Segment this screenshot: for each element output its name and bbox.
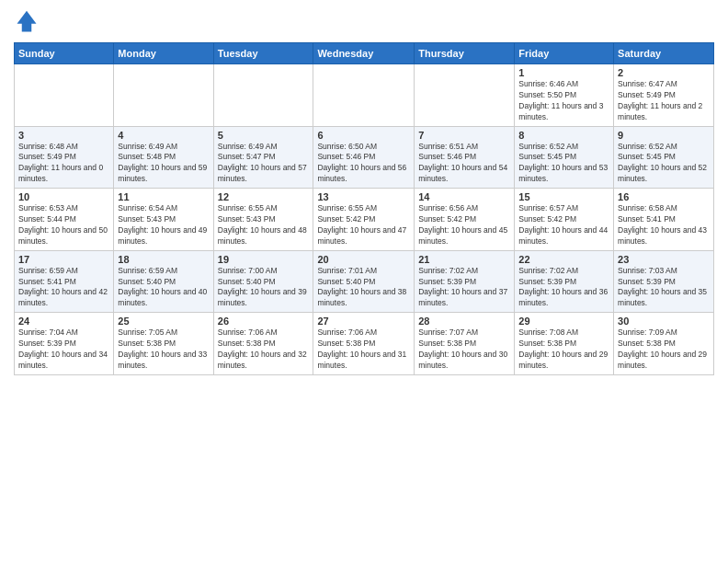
calendar-cell: 13Sunrise: 6:55 AM Sunset: 5:42 PM Dayli… [313, 189, 415, 251]
day-info: Sunrise: 6:49 AM Sunset: 5:48 PM Dayligh… [118, 142, 209, 186]
day-number: 2 [618, 67, 710, 78]
day-number: 14 [418, 191, 510, 202]
day-info: Sunrise: 7:04 AM Sunset: 5:39 PM Dayligh… [18, 327, 109, 372]
day-number: 6 [317, 130, 410, 141]
day-info: Sunrise: 7:06 AM Sunset: 5:38 PM Dayligh… [218, 327, 310, 372]
calendar-row-5: 24Sunrise: 7:04 AM Sunset: 5:39 PM Dayli… [15, 313, 714, 375]
col-tuesday: Tuesday [213, 43, 313, 64]
day-info: Sunrise: 7:09 AM Sunset: 5:38 PM Dayligh… [618, 327, 710, 372]
calendar-cell: 28Sunrise: 7:07 AM Sunset: 5:38 PM Dayli… [415, 313, 515, 375]
calendar-row-4: 17Sunrise: 6:59 AM Sunset: 5:41 PM Dayli… [15, 250, 714, 313]
day-number: 10 [18, 191, 109, 202]
day-number: 16 [618, 191, 710, 202]
calendar-cell: 16Sunrise: 6:58 AM Sunset: 5:41 PM Dayli… [614, 189, 714, 251]
day-number: 21 [418, 254, 510, 265]
col-wednesday: Wednesday [313, 43, 415, 64]
day-info: Sunrise: 7:00 AM Sunset: 5:40 PM Dayligh… [218, 266, 310, 310]
day-number: 20 [317, 254, 410, 265]
day-number: 3 [18, 130, 109, 141]
day-info: Sunrise: 7:08 AM Sunset: 5:38 PM Dayligh… [518, 327, 609, 372]
day-number: 15 [518, 191, 609, 202]
day-number: 28 [418, 316, 510, 327]
day-info: Sunrise: 6:59 AM Sunset: 5:40 PM Dayligh… [118, 266, 209, 310]
day-number: 22 [518, 254, 609, 265]
col-monday: Monday [114, 43, 213, 64]
calendar-cell: 9Sunrise: 6:52 AM Sunset: 5:45 PM Daylig… [614, 126, 714, 189]
day-info: Sunrise: 6:49 AM Sunset: 5:47 PM Dayligh… [218, 142, 310, 186]
col-friday: Friday [515, 43, 614, 64]
calendar-cell: 29Sunrise: 7:08 AM Sunset: 5:38 PM Dayli… [515, 313, 614, 375]
day-info: Sunrise: 6:54 AM Sunset: 5:43 PM Dayligh… [118, 203, 209, 247]
calendar-cell: 14Sunrise: 6:56 AM Sunset: 5:42 PM Dayli… [415, 189, 515, 251]
day-info: Sunrise: 6:55 AM Sunset: 5:43 PM Dayligh… [218, 203, 310, 247]
day-number: 18 [118, 254, 209, 265]
calendar-cell: 21Sunrise: 7:02 AM Sunset: 5:39 PM Dayli… [415, 250, 515, 313]
day-info: Sunrise: 6:58 AM Sunset: 5:41 PM Dayligh… [618, 203, 710, 247]
calendar-cell: 27Sunrise: 7:06 AM Sunset: 5:38 PM Dayli… [313, 313, 415, 375]
calendar-cell: 8Sunrise: 6:52 AM Sunset: 5:45 PM Daylig… [515, 126, 614, 189]
day-number: 1 [518, 67, 609, 78]
calendar-cell: 15Sunrise: 6:57 AM Sunset: 5:42 PM Dayli… [515, 189, 614, 251]
calendar-cell: 19Sunrise: 7:00 AM Sunset: 5:40 PM Dayli… [213, 250, 313, 313]
day-info: Sunrise: 6:47 AM Sunset: 5:49 PM Dayligh… [618, 79, 710, 123]
day-number: 19 [218, 254, 310, 265]
calendar-cell: 24Sunrise: 7:04 AM Sunset: 5:39 PM Dayli… [15, 313, 114, 375]
logo-icon [14, 9, 40, 35]
calendar-cell: 18Sunrise: 6:59 AM Sunset: 5:40 PM Dayli… [114, 250, 213, 313]
calendar-cell: 17Sunrise: 6:59 AM Sunset: 5:41 PM Dayli… [15, 250, 114, 313]
day-info: Sunrise: 7:05 AM Sunset: 5:38 PM Dayligh… [118, 327, 209, 372]
day-number: 5 [218, 130, 310, 141]
calendar-cell: 20Sunrise: 7:01 AM Sunset: 5:40 PM Dayli… [313, 250, 415, 313]
day-info: Sunrise: 6:56 AM Sunset: 5:42 PM Dayligh… [418, 203, 510, 247]
day-info: Sunrise: 6:46 AM Sunset: 5:50 PM Dayligh… [518, 79, 609, 123]
day-number: 26 [218, 316, 310, 327]
calendar-cell: 1Sunrise: 6:46 AM Sunset: 5:50 PM Daylig… [515, 64, 614, 127]
calendar-cell: 25Sunrise: 7:05 AM Sunset: 5:38 PM Dayli… [114, 313, 213, 375]
calendar-cell: 22Sunrise: 7:02 AM Sunset: 5:39 PM Dayli… [515, 250, 614, 313]
calendar-cell: 4Sunrise: 6:49 AM Sunset: 5:48 PM Daylig… [114, 126, 213, 189]
day-number: 13 [317, 191, 410, 202]
day-number: 25 [118, 316, 209, 327]
day-number: 8 [518, 130, 609, 141]
day-info: Sunrise: 6:55 AM Sunset: 5:42 PM Dayligh… [317, 203, 410, 247]
calendar-cell: 10Sunrise: 6:53 AM Sunset: 5:44 PM Dayli… [15, 189, 114, 251]
calendar-cell [15, 64, 114, 127]
day-info: Sunrise: 6:52 AM Sunset: 5:45 PM Dayligh… [618, 142, 710, 186]
day-number: 24 [18, 316, 109, 327]
calendar-row-1: 1Sunrise: 6:46 AM Sunset: 5:50 PM Daylig… [15, 64, 714, 127]
day-number: 30 [618, 316, 710, 327]
day-info: Sunrise: 6:51 AM Sunset: 5:46 PM Dayligh… [418, 142, 510, 186]
day-number: 17 [18, 254, 109, 265]
day-info: Sunrise: 7:02 AM Sunset: 5:39 PM Dayligh… [518, 266, 609, 310]
calendar-row-2: 3Sunrise: 6:48 AM Sunset: 5:49 PM Daylig… [15, 126, 714, 189]
day-number: 29 [518, 316, 609, 327]
day-number: 9 [618, 130, 710, 141]
logo [14, 9, 43, 35]
header [14, 9, 714, 35]
calendar-cell: 7Sunrise: 6:51 AM Sunset: 5:46 PM Daylig… [415, 126, 515, 189]
weekday-header-row: Sunday Monday Tuesday Wednesday Thursday… [15, 43, 714, 64]
day-number: 23 [618, 254, 710, 265]
day-number: 12 [218, 191, 310, 202]
calendar-cell: 26Sunrise: 7:06 AM Sunset: 5:38 PM Dayli… [213, 313, 313, 375]
calendar: Sunday Monday Tuesday Wednesday Thursday… [14, 42, 714, 375]
day-number: 11 [118, 191, 209, 202]
day-number: 7 [418, 130, 510, 141]
calendar-cell: 5Sunrise: 6:49 AM Sunset: 5:47 PM Daylig… [213, 126, 313, 189]
day-info: Sunrise: 7:06 AM Sunset: 5:38 PM Dayligh… [317, 327, 410, 372]
calendar-cell: 12Sunrise: 6:55 AM Sunset: 5:43 PM Dayli… [213, 189, 313, 251]
calendar-cell: 23Sunrise: 7:03 AM Sunset: 5:39 PM Dayli… [614, 250, 714, 313]
col-thursday: Thursday [415, 43, 515, 64]
col-saturday: Saturday [614, 43, 714, 64]
day-number: 27 [317, 316, 410, 327]
day-info: Sunrise: 6:52 AM Sunset: 5:45 PM Dayligh… [518, 142, 609, 186]
calendar-cell: 11Sunrise: 6:54 AM Sunset: 5:43 PM Dayli… [114, 189, 213, 251]
page: Sunday Monday Tuesday Wednesday Thursday… [0, 0, 728, 563]
calendar-cell [313, 64, 415, 127]
calendar-cell [114, 64, 213, 127]
col-sunday: Sunday [15, 43, 114, 64]
calendar-cell [213, 64, 313, 127]
calendar-cell [415, 64, 515, 127]
day-info: Sunrise: 6:57 AM Sunset: 5:42 PM Dayligh… [518, 203, 609, 247]
calendar-row-3: 10Sunrise: 6:53 AM Sunset: 5:44 PM Dayli… [15, 189, 714, 251]
